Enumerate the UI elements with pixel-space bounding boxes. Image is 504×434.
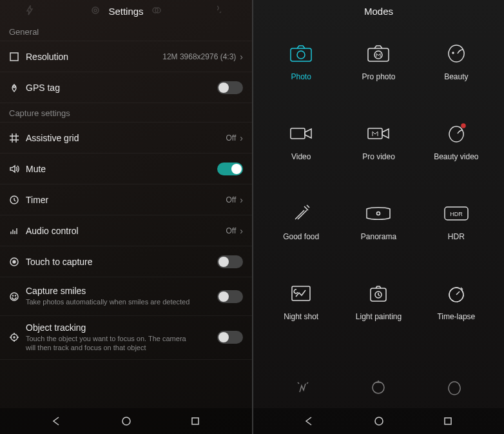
grid-icon — [9, 133, 26, 143]
mode-light-painting[interactable]: Light painting — [340, 273, 417, 350]
svg-rect-15 — [192, 418, 199, 424]
touch-capture-row[interactable]: Touch to capture — [0, 246, 252, 277]
mode-beauty-video-label: Beauty video — [434, 152, 478, 161]
chevron-right-icon: › — [240, 52, 243, 62]
nav-home[interactable] — [366, 415, 392, 427]
nav-home[interactable] — [113, 415, 139, 427]
timer-label: Timer — [26, 195, 226, 205]
resolution-label: Resolution — [26, 52, 162, 62]
panorama-icon — [364, 202, 393, 224]
svg-point-19 — [374, 51, 382, 59]
svg-point-20 — [452, 52, 454, 54]
bars-icon — [9, 226, 26, 236]
mode-video[interactable]: Video — [262, 113, 340, 190]
flash-icon — [24, 5, 35, 17]
mode-pro-photo[interactable]: Pro photo — [340, 34, 417, 110]
resolution-row[interactable]: Resolution 12M 3968x2976 (4:3) › — [0, 41, 252, 72]
svg-rect-22 — [368, 128, 382, 139]
pin-icon — [9, 83, 26, 93]
mute-toggle[interactable] — [217, 163, 243, 175]
nav-recent[interactable] — [435, 416, 461, 426]
grid-value: Off — [226, 133, 237, 143]
mute-label: Mute — [26, 164, 217, 174]
clock-icon — [9, 195, 26, 205]
target-icon — [9, 257, 26, 267]
tracking-toggle[interactable] — [217, 331, 243, 344]
mode-night-shot-label: Night shot — [284, 312, 318, 321]
mode-night-shot[interactable]: Night shot — [262, 273, 340, 350]
gps-row[interactable]: GPS tag — [0, 72, 252, 103]
section-general: General — [0, 22, 252, 41]
touch-capture-toggle[interactable] — [217, 255, 243, 268]
svg-point-11 — [15, 295, 16, 296]
smiles-row[interactable]: Capture smiles Take photos automatically… — [0, 277, 252, 316]
mode-panorama[interactable]: Panorama — [340, 193, 417, 270]
mode-video-label: Video — [291, 152, 311, 161]
food-icon — [287, 202, 315, 224]
mode-panorama-label: Panorama — [361, 232, 396, 241]
modes-grid: Photo Pro photo Beauty Video Pro video B… — [253, 22, 504, 370]
audio-label: Audio control — [26, 226, 226, 236]
mode-photo[interactable]: Photo — [262, 34, 340, 110]
camera-icon — [287, 43, 315, 64]
tool-icon — [370, 379, 387, 399]
svg-text:HDR: HDR — [450, 211, 463, 217]
svg-rect-34 — [445, 418, 451, 424]
nav-back[interactable] — [44, 415, 70, 427]
tracking-subtitle: Touch the object you want to focus on. T… — [26, 334, 217, 353]
nav-back[interactable] — [296, 415, 322, 427]
mode-beauty-video[interactable]: Beauty video — [418, 113, 495, 190]
audio-row[interactable]: Audio control Off › — [0, 215, 252, 246]
mode-pro-photo-label: Pro photo — [362, 72, 395, 81]
bubble-icon — [217, 5, 228, 17]
grid-row[interactable]: Assistive grid Off › — [0, 123, 252, 153]
svg-point-10 — [13, 295, 14, 296]
touch-capture-label: Touch to capture — [26, 257, 217, 267]
overlap-icon — [151, 5, 162, 17]
modes-title: Modes — [364, 6, 393, 17]
gps-toggle[interactable] — [217, 81, 243, 94]
android-navbar — [253, 408, 504, 434]
mode-good-food[interactable]: Good food — [262, 193, 340, 270]
bottom-partial-row — [253, 370, 504, 408]
chevron-right-icon: › — [240, 195, 243, 205]
tool-icon — [446, 379, 463, 399]
face-icon — [442, 43, 470, 64]
svg-point-0 — [92, 7, 99, 14]
svg-point-24 — [377, 212, 380, 215]
resolution-value: 12M 3968x2976 (4:3) — [162, 52, 236, 61]
tool-icon — [295, 379, 311, 399]
mode-good-food-label: Good food — [283, 232, 319, 241]
tracking-label: Object tracking — [26, 322, 217, 333]
video-m-icon — [364, 123, 393, 144]
tracking-row[interactable]: Object tracking Touch the object you wan… — [0, 316, 252, 360]
android-navbar — [0, 408, 252, 434]
smiles-label: Capture smiles — [26, 286, 217, 296]
timer-value: Off — [226, 195, 237, 204]
modes-header: Modes — [253, 0, 504, 22]
timer-row[interactable]: Timer Off › — [0, 184, 252, 215]
svg-point-32 — [373, 382, 384, 393]
svg-point-13 — [14, 337, 15, 338]
mode-hdr[interactable]: HDR HDR — [418, 193, 495, 270]
mode-pro-video-label: Pro video — [362, 152, 395, 161]
mute-row[interactable]: Mute — [0, 153, 252, 184]
smiles-toggle[interactable] — [217, 290, 243, 303]
settings-list: General Resolution 12M 3968x2976 (4:3) ›… — [0, 22, 252, 408]
mode-hdr-label: HDR — [448, 232, 465, 241]
camera-m-icon — [364, 43, 393, 64]
settings-title: Settings — [108, 6, 143, 17]
mode-time-lapse[interactable]: Time-lapse — [418, 273, 495, 350]
video-icon — [287, 123, 315, 144]
nav-recent[interactable] — [182, 416, 208, 426]
smile-icon — [9, 291, 26, 302]
svg-point-23 — [461, 124, 465, 128]
mode-pro-video[interactable]: Pro video — [340, 113, 417, 190]
mode-beauty[interactable]: Beauty — [418, 34, 495, 110]
mode-time-lapse-label: Time-lapse — [437, 312, 475, 321]
chevron-right-icon: › — [240, 226, 243, 236]
mode-photo-label: Photo — [291, 72, 311, 81]
crosshair-icon — [9, 332, 26, 342]
mode-light-painting-label: Light painting — [356, 312, 402, 321]
svg-point-5 — [14, 86, 15, 88]
